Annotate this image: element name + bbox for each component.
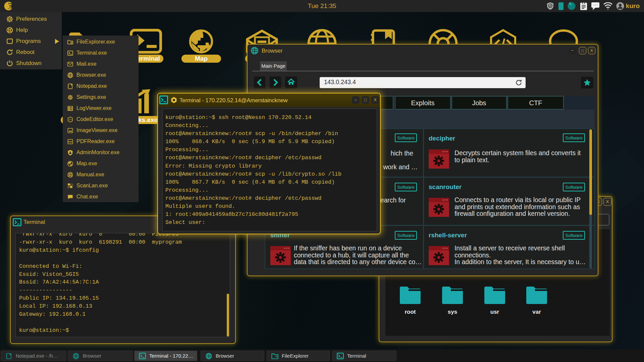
svg-text:</>: </> xyxy=(69,118,72,121)
svg-text:PDF: PDF xyxy=(68,141,72,143)
